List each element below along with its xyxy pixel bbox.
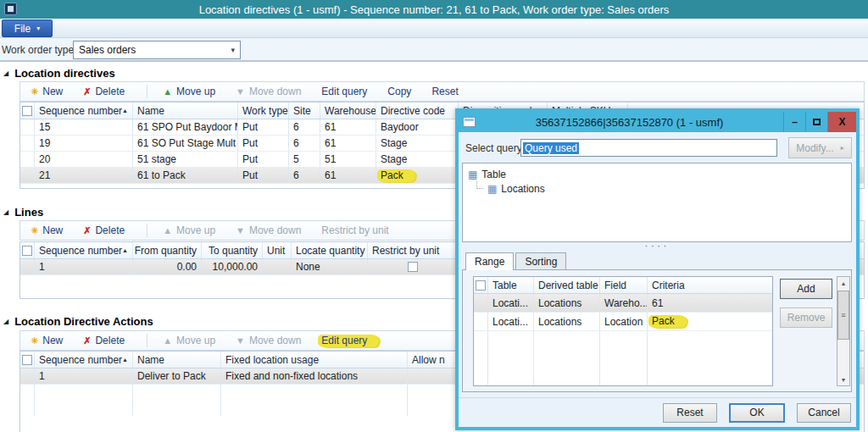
move-down-button[interactable]: ▼ Move down bbox=[236, 224, 301, 236]
grid-scrollbar[interactable]: ▴ ≡ ▾ bbox=[837, 276, 850, 386]
select-all-checkbox[interactable] bbox=[22, 355, 32, 365]
yellow-highlight: Pack bbox=[648, 315, 687, 328]
column-header[interactable]: Warehouse bbox=[320, 102, 376, 119]
new-label: New bbox=[42, 86, 63, 97]
maximize-icon bbox=[813, 119, 821, 125]
column-header[interactable]: Sequence number▲ bbox=[35, 102, 133, 119]
copy-button[interactable]: Copy bbox=[387, 86, 411, 97]
column-header[interactable]: Locate quantity bbox=[292, 242, 368, 258]
new-icon: ✳ bbox=[31, 336, 38, 346]
select-query-value: Query used bbox=[523, 142, 579, 154]
tab-range[interactable]: Range bbox=[465, 252, 514, 270]
select-all-cell bbox=[20, 102, 35, 119]
column-header[interactable]: Site bbox=[289, 102, 320, 119]
delete-button[interactable]: ✗ Delete bbox=[83, 86, 125, 97]
column-header[interactable]: Unit bbox=[263, 242, 292, 258]
edit-query-button[interactable]: Edit query bbox=[321, 335, 379, 347]
query-table-tree: ▦ Table ▦ Locations bbox=[462, 163, 852, 242]
column-header[interactable]: Derived table bbox=[534, 277, 600, 293]
restrict-by-unit-checkbox[interactable] bbox=[408, 262, 418, 272]
delete-button[interactable]: ✗ Delete bbox=[83, 224, 125, 236]
move-up-button[interactable]: ▲ Move up bbox=[163, 224, 215, 236]
new-button[interactable]: ✳ New bbox=[31, 86, 63, 97]
section-header-location-directives[interactable]: ◢ Location directives bbox=[3, 67, 115, 80]
column-header[interactable]: Directive code bbox=[376, 102, 459, 119]
scrollbar-thumb[interactable]: ≡ bbox=[837, 291, 849, 340]
close-button[interactable]: X bbox=[827, 112, 856, 132]
restrict-by-unit-button[interactable]: Restrict by unit bbox=[321, 224, 388, 236]
tree-node-locations[interactable]: ▦ Locations bbox=[476, 181, 851, 196]
cancel-button[interactable]: Cancel bbox=[797, 403, 851, 423]
column-header[interactable]: Sequence number▲ bbox=[35, 352, 133, 368]
select-all-checkbox[interactable] bbox=[22, 106, 32, 116]
reset-button[interactable]: Reset bbox=[663, 403, 717, 423]
edit-query-button[interactable]: Edit query bbox=[321, 86, 367, 97]
move-down-button[interactable]: ▼ Move down bbox=[236, 335, 301, 346]
tree-connector bbox=[476, 181, 483, 189]
column-header[interactable]: Restrict by unit bbox=[368, 242, 459, 258]
column-header[interactable]: Criteria bbox=[648, 277, 772, 293]
range-tab-panel: Table Derived table Field Criteria Locat… bbox=[462, 269, 852, 392]
column-header[interactable]: Field bbox=[600, 277, 648, 293]
select-all-checkbox[interactable] bbox=[476, 280, 486, 291]
maximize-button[interactable] bbox=[805, 112, 827, 132]
new-icon: ✳ bbox=[31, 226, 38, 235]
arrow-down-icon: ▼ bbox=[236, 87, 245, 97]
section-title: Location directives bbox=[14, 67, 114, 80]
ok-button[interactable]: OK bbox=[729, 403, 785, 423]
column-header[interactable]: Name bbox=[133, 352, 221, 368]
modify-button[interactable]: Modify... ▸ bbox=[788, 137, 852, 158]
move-up-label: Move up bbox=[176, 86, 215, 97]
arrow-up-icon: ▲ bbox=[163, 336, 172, 346]
dialog-titlebar[interactable]: 35637152866|35637152870 (1 - usmf) – X bbox=[459, 112, 856, 132]
delete-button[interactable]: ✗ Delete bbox=[83, 335, 125, 346]
table-row-selected[interactable]: Locati... Locations Wareho... 61 bbox=[474, 294, 772, 313]
work-order-type-select[interactable]: Sales orders ▾ bbox=[73, 41, 241, 59]
move-down-button[interactable]: ▼ Move down bbox=[236, 86, 301, 97]
column-header[interactable]: To quantity bbox=[202, 242, 263, 258]
table-row[interactable]: Locati... Locations Location Pack bbox=[474, 313, 772, 331]
splitter-handle[interactable]: ···· bbox=[462, 243, 852, 251]
arrow-down-icon: ▼ bbox=[236, 226, 245, 235]
chevron-down-icon: ▾ bbox=[231, 46, 235, 54]
tree-node-table[interactable]: ▦ Table bbox=[468, 167, 851, 181]
close-icon: X bbox=[838, 116, 845, 128]
column-header[interactable]: Work type bbox=[238, 102, 289, 119]
move-up-button[interactable]: ▲ Move up bbox=[163, 335, 215, 346]
column-header[interactable]: Fixed location usage bbox=[221, 352, 408, 368]
scroll-up-icon[interactable]: ▴ bbox=[837, 277, 849, 289]
edit-query-label: Edit query bbox=[321, 86, 367, 97]
remove-button[interactable]: Remove bbox=[780, 307, 832, 328]
table-icon: ▦ bbox=[487, 184, 497, 194]
toolbar-separator bbox=[147, 334, 147, 347]
add-button[interactable]: Add bbox=[780, 279, 832, 299]
column-header[interactable]: Name bbox=[133, 102, 238, 119]
window-title: Location directives (1 - usmf) - Sequenc… bbox=[0, 3, 868, 16]
new-button[interactable]: ✳ New bbox=[31, 335, 63, 346]
delete-icon: ✗ bbox=[83, 226, 91, 235]
work-order-type-label: Work order type: bbox=[2, 44, 76, 56]
sort-asc-icon: ▲ bbox=[122, 357, 131, 363]
window-titlebar: Location directives (1 - usmf) - Sequenc… bbox=[0, 0, 868, 19]
select-all-checkbox[interactable] bbox=[22, 246, 32, 256]
minimize-button[interactable]: – bbox=[783, 112, 805, 132]
column-header[interactable]: Sequence number▲ bbox=[35, 242, 133, 258]
move-up-button[interactable]: ▲ Move up bbox=[163, 86, 215, 97]
tab-sorting[interactable]: Sorting bbox=[515, 252, 566, 269]
section-header-lines[interactable]: ◢ Lines bbox=[3, 206, 43, 219]
collapse-icon: ◢ bbox=[3, 209, 8, 216]
column-header[interactable]: Table bbox=[488, 277, 534, 293]
reset-button[interactable]: Reset bbox=[431, 86, 458, 97]
scroll-down-icon[interactable]: ▾ bbox=[837, 374, 849, 385]
section-title: Location Directive Actions bbox=[14, 315, 153, 328]
sort-asc-icon: ▲ bbox=[122, 247, 131, 253]
toolbar-separator bbox=[147, 85, 147, 98]
column-header[interactable]: From quantity bbox=[133, 242, 202, 258]
section-header-actions[interactable]: ◢ Location Directive Actions bbox=[3, 315, 153, 328]
directives-toolbar: ✳ New ✗ Delete ▲ Move up ▼ Move down Edi… bbox=[19, 81, 865, 102]
highlighted-cell: Pack bbox=[648, 313, 772, 330]
file-menu-button[interactable]: File ▾ bbox=[2, 19, 53, 37]
dialog-title: 35637152866|35637152870 (1 - usmf) bbox=[476, 116, 783, 129]
select-query-input[interactable]: Query used bbox=[520, 139, 777, 157]
new-button[interactable]: ✳ New bbox=[31, 224, 63, 236]
